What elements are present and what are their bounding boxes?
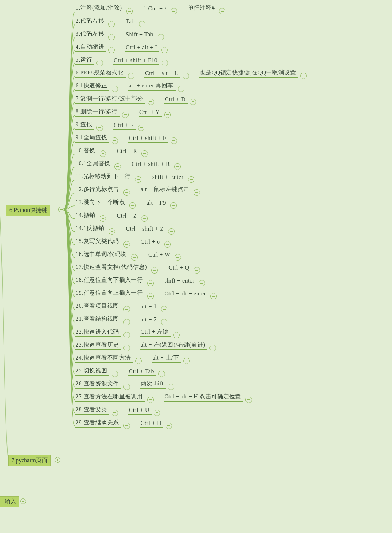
mindmap-row[interactable]: 6.1快速修正alt + enter 再回车 xyxy=(75,78,188,91)
mindmap-row[interactable]: 9.1全局查找Ctrl + shift + F xyxy=(75,130,181,143)
row-shortcut: Ctrl + H xyxy=(140,420,163,428)
collapse-icon[interactable] xyxy=(194,189,200,196)
row-title: 6.PEP8规范格式化 xyxy=(75,69,126,78)
mindmap-row[interactable]: 12.多行光标点击alt + 鼠标左键点击 xyxy=(75,181,204,194)
node-pycharm-page[interactable]: 7.pycharm页面 xyxy=(8,455,51,466)
mindmap-row[interactable]: 26.查看资源文件两次shift xyxy=(75,376,178,389)
collapse-icon[interactable] xyxy=(210,293,217,299)
mindmap-row[interactable]: 6.PEP8规范格式化Ctrl + alt + L也是QQ锁定快捷键,在QQ中取… xyxy=(75,65,310,78)
mindmap-row[interactable]: 10.1全局替换Ctrl + shift + R xyxy=(75,155,184,168)
row-title: 3.代码左移 xyxy=(75,30,106,39)
row-title: 19.任意位置向上插入一行 xyxy=(75,289,145,298)
mindmap-row[interactable]: 22.快速进入代码Ctrl + 左键 xyxy=(75,324,183,337)
collapse-icon[interactable] xyxy=(209,345,216,351)
mindmap-row[interactable]: 9.查找Ctrl + F xyxy=(75,117,148,130)
row-shortcut: Ctrl + shift + R xyxy=(131,161,172,168)
row-shortcut: 1.Ctrl + / xyxy=(143,5,168,13)
mindmap-row[interactable]: 5.运行Ctrl + shift + F10 xyxy=(75,52,172,65)
row-title: 9.1全局查找 xyxy=(75,134,109,143)
expand-icon[interactable] xyxy=(55,457,60,463)
root-node-python-shortcuts[interactable]: 6.Python快捷键 xyxy=(6,205,50,216)
row-title: 22.快速进入代码 xyxy=(75,328,121,337)
row-title: 8.删除一行/多行 xyxy=(75,108,120,117)
expand-icon[interactable] xyxy=(20,498,26,504)
row-shortcut: 单行注释# xyxy=(187,4,217,13)
collapse-icon[interactable] xyxy=(164,112,171,118)
mindmap-row[interactable]: 11.光标移动到下一行shift + Enter xyxy=(75,168,198,181)
row-title: 24.快速查看不同方法 xyxy=(75,354,133,363)
collapse-icon[interactable] xyxy=(171,8,177,14)
mindmap-row[interactable]: 23.快速查看历史alt + 左(返回)/右键(前进) xyxy=(75,337,220,350)
collapse-icon[interactable] xyxy=(183,358,190,364)
row-shortcut: alt + 左(返回)/右键(前进) xyxy=(140,341,208,350)
mindmap-row[interactable]: 17.快速查看文档(代码信息)Ctrl + Q xyxy=(75,259,204,272)
row-shortcut: alt + 鼠标左键点击 xyxy=(140,186,192,194)
row-shortcut: shift + Enter xyxy=(152,174,186,181)
mindmap-row[interactable]: 25.切换视图Ctrl + Tab xyxy=(75,363,168,376)
row-title: 14.撤销 xyxy=(75,212,98,220)
collapse-icon[interactable] xyxy=(190,99,196,105)
row-title: 4.自动缩进 xyxy=(75,43,106,52)
row-title: 27.查看方法在哪里被调用 xyxy=(75,393,145,402)
mindmap-row[interactable]: 7.复制一行/多行/选中部分Ctrl + D xyxy=(75,91,200,104)
collapse-icon[interactable] xyxy=(245,397,252,403)
row-title: 6.1快速修正 xyxy=(75,82,109,91)
row-shortcut: 两次shift xyxy=(140,380,166,389)
mindmap-row[interactable]: 13.跳向下一个断点alt + F9 xyxy=(75,194,180,207)
collapse-icon[interactable] xyxy=(123,423,130,429)
row-shortcut: Ctrl + R xyxy=(116,148,140,155)
row-title: 29.查看继承关系 xyxy=(75,419,121,428)
row-title: 14.1反撤销 xyxy=(75,225,107,233)
mindmap-row[interactable]: 2.代码右移Tab xyxy=(75,13,149,26)
row-title: 11.光标移动到下一行 xyxy=(75,173,133,181)
row-shortcut: alt + enter 再回车 xyxy=(128,82,176,91)
row-shortcut: Ctrl + Y xyxy=(139,109,162,117)
row-title: 9.查找 xyxy=(75,121,94,130)
row-shortcut: Ctrl + shift + F10 xyxy=(113,57,159,65)
mindmap-row[interactable]: 15.复写父类代码Ctrl + o xyxy=(75,233,174,246)
mindmap-row[interactable]: 29.查看继承关系Ctrl + H xyxy=(75,415,176,428)
collapse-icon[interactable] xyxy=(171,137,177,144)
row-shortcut: Ctrl + shift + Z xyxy=(125,226,166,233)
row-title: 15.复写父类代码 xyxy=(75,238,121,246)
row-shortcut: alt + F9 xyxy=(146,200,168,207)
collapse-icon[interactable] xyxy=(166,423,172,429)
row-title: 5.运行 xyxy=(75,56,94,65)
node-input[interactable]: .输入 xyxy=(0,496,19,507)
row-shortcut: shift + enter xyxy=(164,277,197,285)
row-shortcut: Shift + Tab xyxy=(125,31,156,39)
row-shortcut: alt + 上/下 xyxy=(152,354,181,363)
row-title: 20.查看项目视图 xyxy=(75,302,121,311)
collapse-icon[interactable] xyxy=(300,73,307,79)
mindmap-row[interactable]: 16.选中单词/代码块Ctrl + W xyxy=(75,246,185,259)
mindmap-row[interactable]: 21.查看结构视图alt + 7 xyxy=(75,311,171,324)
mindmap-row[interactable]: 8.删除一行/多行Ctrl + Y xyxy=(75,104,174,117)
mindmap-row[interactable]: 18.任意位置向下插入一行shift + enter xyxy=(75,272,209,285)
mindmap-row[interactable]: 14.1反撤销Ctrl + shift + Z xyxy=(75,220,178,233)
mindmap-row[interactable]: 4.自动缩进Ctrl + alt + I xyxy=(75,39,171,52)
row-title: 18.任意位置向下插入一行 xyxy=(75,276,145,285)
mindmap-row[interactable]: 19.任意位置向上插入一行Ctrl + alt + enter xyxy=(75,285,220,298)
mindmap-row[interactable]: 20.查看项目视图alt + 1 xyxy=(75,298,171,311)
row-shortcut: Ctrl + W xyxy=(148,252,172,259)
row-title: 16.选中单词/代码块 xyxy=(75,250,129,259)
row-title: 21.查看结构视图 xyxy=(75,315,121,324)
collapse-icon[interactable] xyxy=(170,202,177,209)
row-title: 12.多行光标点击 xyxy=(75,186,121,194)
row-shortcut: Ctrl + Z xyxy=(116,213,139,220)
row-title: 7.复制一行/多行/选中部分 xyxy=(75,95,145,104)
row-title: 13.跳向下一个断点 xyxy=(75,199,127,207)
row-shortcut: Ctrl + alt + enter xyxy=(164,290,208,298)
collapse-icon[interactable] xyxy=(219,8,225,14)
row-shortcut: Ctrl + D xyxy=(164,96,188,104)
mindmap-row[interactable]: 14.撤销Ctrl + Z xyxy=(75,207,151,220)
mindmap-row[interactable]: 27.查看方法在哪里被调用Ctrl + alt + H 双击可确定位置 xyxy=(75,389,256,402)
mindmap-row[interactable]: 24.快速查看不同方法alt + 上/下 xyxy=(75,350,193,363)
mindmap-row[interactable]: 28.查看父类Ctrl + U xyxy=(75,402,164,415)
row-shortcut: alt + 7 xyxy=(140,316,159,324)
mindmap-row[interactable]: 10.替换Ctrl + R xyxy=(75,143,152,155)
mindmap-row[interactable]: 1.注释(添加/消除)1.Ctrl + /单行注释# xyxy=(75,0,229,13)
mindmap-row[interactable]: 3.代码左移Shift + Tab xyxy=(75,26,168,39)
row-title: 28.查看父类 xyxy=(75,406,109,415)
collapse-icon[interactable] xyxy=(58,207,64,212)
